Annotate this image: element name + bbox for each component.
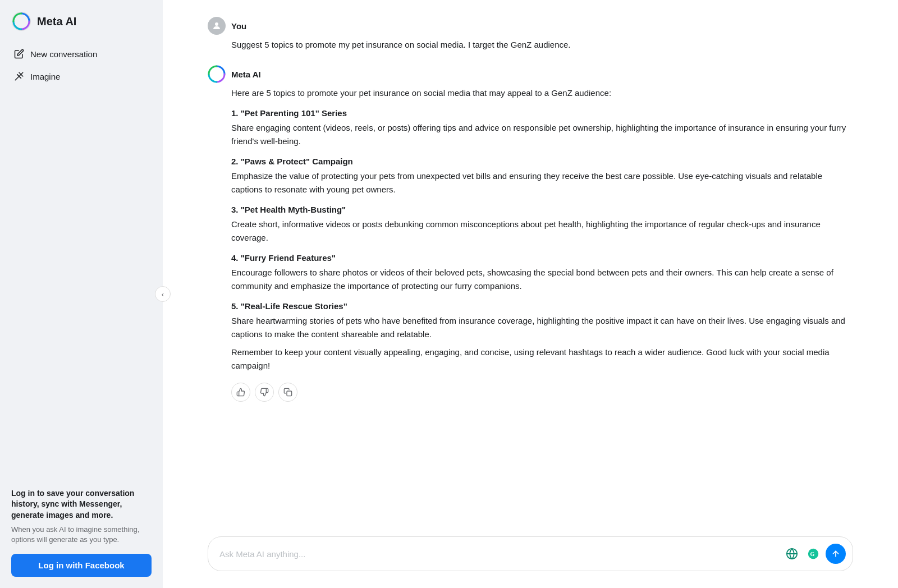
meta-ai-logo-icon bbox=[11, 11, 31, 31]
user-avatar bbox=[208, 17, 226, 35]
user-message-text: Suggest 5 topics to promote my pet insur… bbox=[231, 40, 571, 49]
wand-icon bbox=[13, 71, 25, 82]
svg-point-4 bbox=[215, 22, 218, 26]
input-icon-group: G bbox=[783, 544, 846, 564]
collapse-sidebar-button[interactable]: ‹ bbox=[155, 286, 171, 302]
login-prompt-title: Log in to save your conversation history… bbox=[11, 488, 152, 521]
edit-icon bbox=[13, 48, 25, 59]
send-button[interactable] bbox=[826, 544, 846, 564]
ai-intro-text: Here are 5 topics to promote your pet in… bbox=[231, 86, 853, 100]
imagine-label: Imagine bbox=[30, 72, 60, 81]
svg-rect-6 bbox=[287, 391, 292, 396]
topic-2-title: 2. "Paws & Protect" Campaign bbox=[231, 155, 853, 168]
chat-messages: You Suggest 5 topics to promote my pet i… bbox=[163, 0, 898, 527]
new-conversation-label: New conversation bbox=[30, 49, 97, 59]
topic-1-title: 1. "Pet Parenting 101" Series bbox=[231, 107, 853, 120]
ai-message-block: Meta AI Here are 5 topics to promote you… bbox=[208, 65, 853, 402]
sidebar-nav: New conversation Imagine bbox=[0, 40, 163, 90]
app-title: Meta AI bbox=[37, 15, 76, 28]
topic-3-desc: Create short, informative videos or post… bbox=[231, 218, 853, 245]
grammarly-icon-button[interactable]: G bbox=[804, 545, 822, 563]
svg-text:G: G bbox=[810, 551, 815, 557]
ai-message-header: Meta AI bbox=[208, 65, 853, 83]
topic-4-title: 4. "Furry Friend Features" bbox=[231, 251, 853, 265]
topic-1-desc: Share engaging content (videos, reels, o… bbox=[231, 121, 853, 148]
facebook-login-button[interactable]: Log in with Facebook bbox=[11, 554, 152, 577]
ai-message-content: Here are 5 topics to promote your pet in… bbox=[208, 86, 853, 376]
main-content: You Suggest 5 topics to promote my pet i… bbox=[163, 0, 898, 588]
sidebar-bottom: Log in to save your conversation history… bbox=[0, 477, 163, 588]
svg-point-0 bbox=[12, 12, 30, 30]
topic-3-title: 3. "Pet Health Myth-Busting" bbox=[231, 203, 853, 217]
user-message-content: Suggest 5 topics to promote my pet insur… bbox=[208, 38, 853, 52]
topic-2-desc: Emphasize the value of protecting your p… bbox=[231, 169, 853, 196]
login-prompt-sub: When you ask AI to imagine something, op… bbox=[11, 525, 152, 545]
thumbs-down-button[interactable] bbox=[255, 383, 274, 402]
topic-5-desc: Share heartwarming stories of pets who h… bbox=[231, 314, 853, 341]
thumbs-up-button[interactable] bbox=[231, 383, 250, 402]
message-action-buttons bbox=[208, 383, 853, 402]
ai-sender-name: Meta AI bbox=[231, 70, 261, 79]
chat-input[interactable] bbox=[219, 549, 778, 559]
sidebar-item-new-conversation[interactable]: New conversation bbox=[7, 43, 156, 65]
topic-5-title: 5. "Real-Life Rescue Stories" bbox=[231, 300, 853, 313]
sidebar: Meta AI New conversation Imagine ‹ bbox=[0, 0, 163, 588]
globe-icon-button[interactable] bbox=[783, 545, 801, 563]
user-sender-name: You bbox=[231, 21, 246, 31]
ai-outro-text: Remember to keep your content visually a… bbox=[231, 346, 853, 373]
topic-4-desc: Encourage followers to share photos or v… bbox=[231, 266, 853, 293]
chat-input-container: G bbox=[208, 536, 853, 571]
input-area: G bbox=[163, 527, 898, 588]
sidebar-header: Meta AI bbox=[0, 0, 163, 40]
user-message-block: You Suggest 5 topics to promote my pet i… bbox=[208, 17, 853, 52]
user-message-header: You bbox=[208, 17, 853, 35]
ai-avatar bbox=[208, 65, 226, 83]
copy-button[interactable] bbox=[278, 383, 297, 402]
sidebar-item-imagine[interactable]: Imagine bbox=[7, 65, 156, 88]
